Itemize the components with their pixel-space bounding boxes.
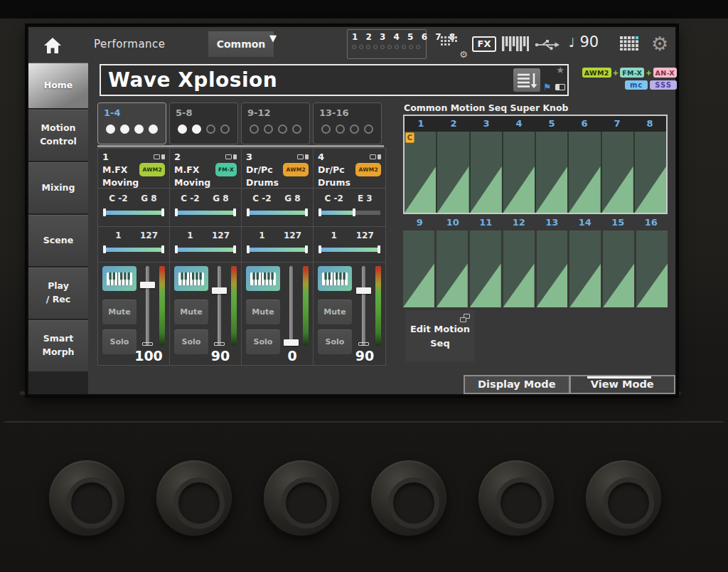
sidebar-item-smart-morph[interactable]: Smart Morph [28,320,88,371]
motion-lane-number: 4 [503,116,535,132]
motion-lane[interactable] [635,132,666,213]
sawtooth-wave [537,263,568,307]
mute-button[interactable]: Mute [102,300,136,324]
motion-lane[interactable] [503,132,536,213]
velocity-limit-row[interactable]: 1127 [98,227,169,263]
live-set-icon[interactable] [620,36,639,53]
motion-lane[interactable] [471,132,503,213]
note-range-slider[interactable] [103,208,164,216]
synth-front-panel: { "topbar": { "performance_label": "Perf… [0,0,728,572]
motion-lane[interactable] [470,231,501,307]
motion-lane[interactable] [569,132,601,213]
motion-lane[interactable] [636,231,668,307]
performance-name[interactable]: Wave Xplosion [101,68,513,92]
assign-knob-3[interactable] [264,460,339,536]
assign-knob-6[interactable] [586,460,661,536]
part-engine-badge: AWM2 [283,163,309,176]
part-category: M.FX [174,164,199,176]
favorite-star-icon[interactable]: ★ [556,65,564,75]
sidebar-item-play-rec[interactable]: Play / Rec [28,268,88,319]
part-tab-13-16[interactable]: 13-16 [313,102,382,144]
keyboard-control-button[interactable] [318,266,352,291]
volume-fader[interactable] [355,266,381,346]
volume-fader[interactable] [211,266,237,346]
slot-dot [409,45,413,49]
fader-handle[interactable] [140,282,155,288]
keyboard-icon[interactable] [502,36,529,54]
fader-handle[interactable] [284,339,299,346]
note-range-slider[interactable] [247,208,308,216]
motion-lane[interactable] [537,231,568,307]
motion-lane[interactable] [602,132,635,213]
category-list-button[interactable] [513,68,540,92]
common-part-selector[interactable]: Common ▼ [208,31,274,57]
part-column-3[interactable]: 3Dr/PcAWM2DrumsC -2G 81127MuteSolo0 [242,149,314,365]
mute-button[interactable]: Mute [246,300,280,324]
sidebar-item-home[interactable]: Home [28,63,88,108]
keyboard-control-button[interactable] [174,266,208,291]
note-limit-row[interactable]: C -2E 3 [314,189,385,227]
velocity-limit-row[interactable]: 1127 [242,227,313,263]
sidebar-item-mixing[interactable]: Mixing [28,162,88,213]
edit-motion-seq-button[interactable]: Edit Motion Seq [405,310,475,361]
volume-fader[interactable] [283,266,309,346]
part-header[interactable]: 1M.FXAWM2Moving [98,149,169,189]
tempo-display[interactable]: ♩90 [569,33,599,51]
slider-cap [161,208,164,216]
motion-lane[interactable] [437,132,470,213]
assign-knob-1[interactable] [49,460,124,536]
note-limit-row[interactable]: C -2G 8 [98,189,169,227]
fx-indicator[interactable]: FX [472,36,496,52]
view-mode-button[interactable]: View Mode [571,376,675,393]
velocity-limit-row[interactable]: 1127 [314,227,385,263]
note-range-slider[interactable] [318,208,380,216]
keyboard-control-button[interactable] [102,266,136,291]
utility-gear-icon[interactable]: ⚙ [651,30,668,58]
part-indicator-dot [134,125,144,134]
sidebar-item-scene[interactable]: Scene [28,215,88,266]
part-tab-5-8[interactable]: 5-8 [169,102,238,144]
velocity-limit-row[interactable]: 1127 [170,227,241,263]
motion-lane[interactable] [603,231,634,307]
mute-button[interactable]: Mute [174,300,208,324]
part-tab-9-12[interactable]: 9-12 [241,102,310,144]
motion-lane[interactable] [403,231,434,307]
part-column-4[interactable]: 4Dr/PcAWM2DrumsC -2E 31127MuteSolo90 [314,149,385,365]
note-limit-row[interactable]: C -2G 8 [242,189,313,227]
home-icon [43,37,62,54]
motion-lane[interactable] [569,231,601,307]
assign-knob-2[interactable] [156,460,232,536]
display-mode-button[interactable]: Display Mode [465,376,569,393]
part-column-2[interactable]: 2M.FXFM-XMovingC -2G 81127MuteSolo90 [170,149,242,365]
velocity-range-slider[interactable] [318,245,380,253]
slider-cap [161,245,164,253]
velocity-range-slider[interactable] [247,245,308,253]
motion-lane[interactable] [405,132,437,213]
motion-lane-number: 15 [601,216,635,229]
sidebar-item-motion-control[interactable]: Motion Control [28,110,88,161]
velocity-range-slider[interactable] [175,245,236,253]
sawtooth-wave [602,166,633,213]
level-meter [303,266,309,346]
velocity-range-slider[interactable] [103,245,164,253]
assign-knob-5[interactable] [478,460,554,536]
performance-name-box[interactable]: Wave Xplosion ★ ⚑ [100,64,569,96]
note-limit-row[interactable]: C -2G 8 [170,189,241,227]
motion-lane[interactable] [437,231,468,307]
fader-handle[interactable] [212,287,227,294]
mute-button[interactable]: Mute [318,300,352,324]
home-button[interactable] [38,33,67,58]
part-header[interactable]: 2M.FXFM-XMoving [170,149,241,189]
part-tab-1-4[interactable]: 1-4 [97,102,166,144]
assign-knob-4[interactable] [371,460,446,536]
motion-lane[interactable] [536,132,569,213]
part-column-1[interactable]: 1M.FXAWM2MovingC -2G 81127MuteSolo100 [98,149,170,365]
part-header[interactable]: 4Dr/PcAWM2Drums [314,149,385,189]
seq-settings-icon[interactable]: ⚙ [441,36,465,54]
volume-fader[interactable] [139,266,165,346]
motion-lane[interactable] [503,231,535,307]
part-header[interactable]: 3Dr/PcAWM2Drums [242,149,313,189]
note-range-slider[interactable] [175,208,236,216]
keyboard-control-button[interactable] [246,266,280,291]
fader-handle[interactable] [356,287,371,294]
